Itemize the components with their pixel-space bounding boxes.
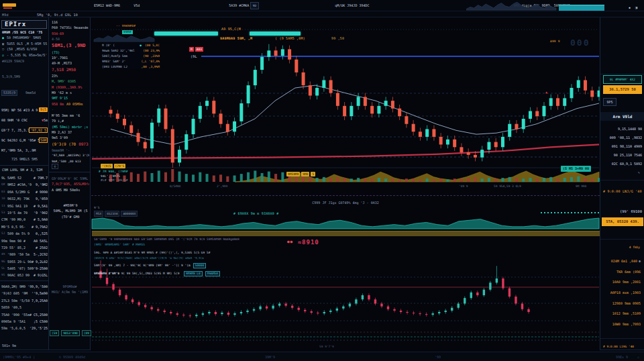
menu-badge-icon[interactable]: 9D — [250, 2, 259, 9]
alert-badge[interactable]: 9(5 — [39, 107, 48, 112]
alert-sub-label: (9L — [191, 54, 197, 58]
option-row[interactable]: ◯(50 ,M5V5 6/V50 — [2, 46, 48, 52]
list-item[interactable]: 75A0 '990 '55m 9 # C5,2500 — [1, 311, 48, 318]
alert-badge[interactable]: 50M — [39, 138, 48, 143]
interval-badge[interactable]: 99M# — [122, 30, 133, 34]
alert-badge[interactable]: M — [189, 47, 194, 52]
list-item[interactable]: 9G 5955 29-L 90 # 9,2L02 — [1, 258, 48, 265]
window-icon[interactable]: ▪ — [629, 5, 631, 9]
list-item[interactable]: 59m '5,6.0,5 '29,'5'25 — [1, 325, 48, 331]
news-badge[interactable]: 9M9M9 L0 — [184, 271, 203, 276]
alert-badge[interactable]: '97,92 5 — [29, 127, 48, 133]
menu-item[interactable]: qM/UK J94JD 394DC — [335, 3, 369, 7]
list-item[interactable]: 13 95G 9A1 19 # 9,5A1 — [1, 203, 48, 209]
quote-line: (TO'# GM0 — [50, 214, 91, 219]
order-row[interactable]: A0P18 mxm ,1903 — [600, 288, 641, 299]
depth-right-label: 99 ,50 — [331, 36, 344, 40]
order-row[interactable]: 024M 6m1 ,040⊕ — [600, 256, 641, 267]
highlight-bar[interactable]: STA, 05320 439. — [602, 217, 643, 226]
panel-footer-label[interactable]: 501+ 9m — [2, 344, 16, 348]
flash-price: ●● ≈8910 — [287, 239, 319, 246]
quote-button[interactable]: 9053'090 — [61, 330, 80, 336]
list-item[interactable]: '9)0J 605 '9M ''9,5m90 — [1, 290, 48, 297]
notification-block[interactable] — [559, 5, 604, 11]
list-item[interactable]: 5059 '09,5 — [1, 304, 48, 311]
order-row[interactable]: 1012 9mm ,5109 — [600, 309, 641, 319]
option-row[interactable]: ●50 PM50M9M9' 5M05 — [2, 35, 48, 41]
list-item[interactable]: 5L 5405 '07) 50 9'9-2500 — [1, 265, 48, 272]
quote-button[interactable]: (09 — [82, 330, 91, 336]
list-item[interactable]: 9L 5AM5 52 # 79M.7 — [1, 174, 48, 181]
alert-row[interactable]: M7,'9M9 5A, 3,.9M — [1, 145, 48, 155]
list-item[interactable]: 49 '989 '50 5m 5-,2C92 — [1, 251, 48, 258]
toolbar-mode-label[interactable]: M9d — [2, 13, 9, 17]
quote-button[interactable]: (59 — [50, 330, 59, 336]
option-row[interactable]: ▣5U55 0L5 ,M 5-H5M 55 — [2, 41, 48, 47]
news-headline[interactable]: 50'59M9 '9 99M9M9M999 9A9 G9'50M 59M9M9M… — [94, 238, 389, 241]
expand-icon[interactable]: ⊕ — [639, 259, 641, 263]
alert-row[interactable]: 95M) NP 56 #23 A 9 9(5 — [1, 105, 48, 115]
legend-row[interactable]: 5007,9vmfp 5mm (90 ,23%9 — [102, 53, 160, 58]
symbol-subtitle: 0M9M /55 9C5 C10 '75 — [2, 30, 42, 34]
quote-line: 958 8mA9 05M9m — [52, 101, 89, 107]
list-item[interactable]: 10 9032,M) 79K 9,'059 — [1, 195, 48, 202]
range-button[interactable]: 9M59M9 — [286, 172, 300, 176]
list-item[interactable]: 27L3 50m '5/50 7,9,25A0 — [1, 297, 48, 304]
copyright-icon[interactable]: © — [52, 164, 58, 169]
order-row[interactable]: 10W0 9mm ,7093 — [600, 319, 641, 330]
bottom-tab[interactable]: M5X — [94, 211, 103, 217]
news-headline[interactable]: 59G. 9#9 A A#59M'B5A5 M'9 9M 9M05 # (99)… — [94, 251, 382, 254]
highlight-price-box[interactable]: 36.1,5729 50 — [603, 85, 642, 94]
list-item[interactable]: 03 09A 5/2M9 G # 9990 — [1, 189, 48, 195]
mini-skyline-sparkline — [466, 2, 557, 11]
news-badge[interactable]: 50000 — [193, 263, 207, 268]
trade-button[interactable]: (79'5 — [114, 164, 126, 168]
quote-line: 9m5 3'09 — [52, 135, 89, 140]
list-item[interactable]: 729 55' 85,2 # 2502 — [1, 244, 48, 251]
list-item[interactable]: Q# 9M52 #C9A,'9 9,'9M2 — [1, 181, 48, 188]
bottom-tabs: M5X0323X4A00000X — [94, 211, 138, 217]
order-row[interactable]: 10A0 9mm ,2001 — [600, 277, 641, 288]
legend-row[interactable]: 9M03' 5AM' 2' (,L '07,0% — [102, 58, 160, 64]
menu-item[interactable]: V5d — [133, 3, 140, 7]
order-row[interactable]: 12980 9mm 0905 — [600, 299, 641, 309]
edit-icon[interactable]: ✎ — [638, 170, 640, 174]
bottom-tab[interactable]: 0323X4 — [105, 211, 119, 217]
list-item[interactable]: 0905m 9 '5A1 ;5 C500 — [1, 318, 48, 325]
depth-bar-buy — [154, 32, 218, 36]
menu-item[interactable]: E5M12 W4D-9M6 — [94, 3, 120, 7]
symbol-chip[interactable]: 9P5 — [603, 98, 616, 106]
list-item[interactable]: M9'5 0,5 95- # 9,79A2 — [1, 223, 48, 230]
trade-button[interactable]: '(9(5 — [101, 164, 113, 168]
list-item[interactable]: 90A9,2M) 9M9 '9M 9,9,'500 — [1, 283, 48, 290]
news-row[interactable]: 9M9M9M9 #'9M'9 9( 99 59(,5(,(M03 5(95 M … — [94, 271, 402, 276]
last-price-tag[interactable]: (5 M5 3+M9 09 — [561, 166, 591, 172]
alert-row[interactable]: G9'7 7, J5,3.7- '97,92 5 — [1, 125, 48, 135]
quote-line: M, 9M9' 0305 — [52, 79, 89, 84]
bottom-tab[interactable]: A00000X — [121, 211, 138, 217]
list-item[interactable]: 99m 9mm 90 # A0 5A5L — [1, 238, 48, 244]
list-item[interactable]: 53 19'5 4m 70 '9 '902 — [1, 209, 48, 216]
range-button[interactable]: 9M0 — [301, 172, 309, 176]
window-icon[interactable]: ◨ — [635, 5, 637, 9]
news-row[interactable]: 59M'(9' 99 ,9M) 7 - 99('9C 9('9M9 (9M' 9… — [94, 263, 389, 268]
alert-badge[interactable]: A03 — [195, 47, 203, 52]
alert-row[interactable]: 08 9HM '0 C9C ▼ 5m — [1, 115, 48, 125]
news-link[interactable]: (059(9 9 m9m' 9(5((9m9( m9m((5(9 m9m9'((… — [94, 256, 376, 260]
news-badge[interactable]: M9AM50 — [205, 271, 220, 276]
legend-row[interactable]: 9mwm 5m92 32','9ml (00 23,9% — [102, 48, 160, 53]
list-item[interactable]: 5J 509 4m 5% 9 0,,525 — [1, 230, 48, 237]
section-tag[interactable]: 5335(9 — [1, 90, 17, 96]
list-item[interactable]: C7M '99 M9,0 # 5,9A0 — [1, 216, 48, 223]
news-link[interactable]: (9M5' 9M9M59M5' 59M' # M9M55 — [94, 243, 295, 246]
option-row[interactable]: ☑- 5,535 9L 05m+5m/5' — [2, 52, 48, 58]
range-button[interactable]: 5 — [311, 172, 315, 176]
list-item[interactable]: 95 90AC 05J 99 # 9)G5L — [1, 272, 48, 278]
symbol-ticker[interactable]: EPIrx — [1, 20, 47, 29]
legend-row[interactable]: M (0' ( ● (00 5,0( — [102, 42, 160, 48]
legend-row[interactable]: (093 L0VM90 L2 ,00 ,3,9%M — [102, 64, 160, 69]
alert-row[interactable]: 9C 94J9J G,M '95# 5 50M — [1, 135, 48, 145]
signal-box[interactable]: 0L #M9M9M' 4X2 — [603, 75, 642, 84]
menu-item[interactable]: 5A39 #CMKA — [229, 3, 249, 7]
order-row[interactable]: TKR 6mm (096 — [600, 267, 641, 278]
